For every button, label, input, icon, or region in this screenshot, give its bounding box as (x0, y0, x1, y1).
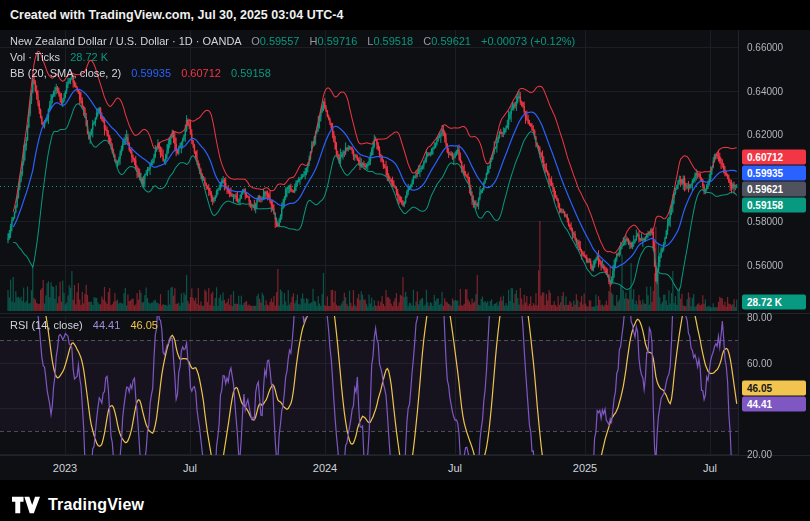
time-axis-label: Jul (183, 462, 197, 474)
tradingview-logo-icon[interactable] (12, 496, 40, 514)
bb-basis-value: 0.59935 (131, 67, 171, 79)
volume-value: 28.72 K (70, 51, 108, 63)
bb-row: BB (20, SMA, close, 2) 0.59935 0.60712 0… (10, 67, 575, 79)
rsi-ma-tag: 46.05 (742, 381, 806, 396)
bb-upper-price-tag: 0.60712 (742, 149, 806, 164)
bb-basis-price-tag: 0.59935 (742, 165, 806, 180)
time-axis-label: Jul (448, 462, 462, 474)
rsi-legend: RSI (14, close) 44.41 46.05 (10, 319, 158, 331)
rsi-value-tag: 44.41 (742, 397, 806, 412)
rsi-label: RSI (14, close) (10, 319, 83, 331)
rsi-value: 44.41 (93, 319, 121, 331)
volume-label: Vol · Ticks (10, 51, 60, 63)
volume-tag: 28.72 K (742, 295, 806, 310)
bb-label: BB (20, SMA, close, 2) (10, 67, 121, 79)
rsi-axis-label: 20.00 (747, 448, 772, 459)
rsi-axis-label: 80.00 (747, 312, 772, 323)
ohlc-close-value: 0.59621 (431, 35, 471, 47)
price-axis-label: 0.58000 (747, 216, 783, 227)
ohlc-low-value: 0.59518 (373, 35, 413, 47)
attribution-text: Created with TradingView.com, Jul 30, 20… (10, 8, 343, 22)
price-scale[interactable]: 0.660000.640000.620000.580000.5600080.00… (738, 30, 810, 455)
time-axis-label: Jul (703, 462, 717, 474)
bb-upper-value: 0.60712 (181, 67, 221, 79)
main-legend: New Zealand Dollar / U.S. Dollar · 1D · … (10, 35, 575, 83)
chart-container: New Zealand Dollar / U.S. Dollar · 1D · … (0, 30, 810, 480)
ohlc-high-value: 0.59716 (317, 35, 357, 47)
symbol-title: New Zealand Dollar / U.S. Dollar · 1D · … (10, 35, 241, 47)
change-value: +0.00073 (+0.12%) (481, 35, 575, 47)
ohlc-open-value: 0.59557 (260, 35, 300, 47)
bb-lower-value: 0.59158 (231, 67, 271, 79)
pane-divider[interactable] (0, 313, 810, 314)
time-axis-label: 2025 (573, 462, 597, 474)
bb-lower-price-tag: 0.59158 (742, 197, 806, 212)
price-chart-canvas[interactable] (0, 30, 738, 455)
tradingview-wordmark[interactable]: TradingView (48, 496, 144, 514)
time-axis-label: 2024 (313, 462, 337, 474)
time-scale[interactable]: 2023Jul2024Jul2025Jul (0, 455, 810, 480)
rsi-ma-value: 46.05 (130, 319, 158, 331)
last-price-tag: 0.59621 (742, 181, 806, 196)
time-axis-label: 2023 (53, 462, 77, 474)
price-axis-label: 0.64000 (747, 85, 783, 96)
symbol-row: New Zealand Dollar / U.S. Dollar · 1D · … (10, 35, 575, 47)
volume-row: Vol · Ticks 28.72 K (10, 51, 575, 63)
footer-bar: TradingView (0, 488, 810, 521)
ohlc-open-label: O (251, 35, 260, 47)
price-axis-label: 0.56000 (747, 260, 783, 271)
price-axis-label: 0.66000 (747, 42, 783, 53)
rsi-axis-label: 60.00 (747, 357, 772, 368)
attribution-bar: Created with TradingView.com, Jul 30, 20… (0, 0, 810, 30)
price-axis-label: 0.62000 (747, 129, 783, 140)
